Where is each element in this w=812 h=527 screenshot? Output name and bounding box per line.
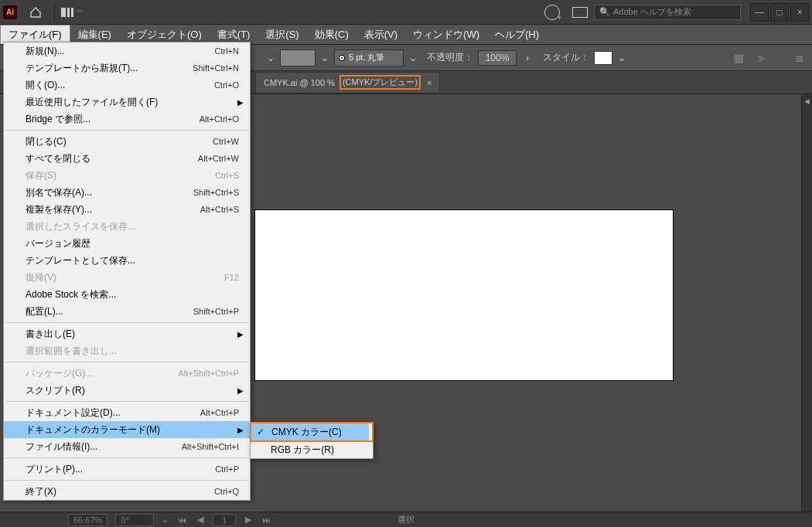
style-swatch[interactable] bbox=[594, 51, 612, 65]
submenu-arrow-icon: ▶ bbox=[237, 386, 244, 395]
stroke-dot-icon bbox=[339, 56, 344, 60]
chevron-down-icon[interactable]: ⌄ bbox=[617, 49, 626, 66]
artboard[interactable] bbox=[255, 210, 673, 380]
file-menu-item[interactable]: 配置(L)...Shift+Ctrl+P bbox=[4, 303, 250, 320]
file-menu-item[interactable]: ドキュメント設定(D)...Alt+Ctrl+P bbox=[4, 404, 250, 421]
first-artboard-icon[interactable]: ⏮ bbox=[178, 515, 186, 525]
user-icon[interactable] bbox=[544, 5, 560, 20]
menu-separator bbox=[5, 401, 248, 402]
maximize-button[interactable]: □ bbox=[770, 3, 789, 22]
file-menu-item[interactable]: 複製を保存(Y)...Alt+Ctrl+S bbox=[4, 201, 250, 218]
menu-item-label: 選択範囲を書き出し... bbox=[26, 345, 239, 358]
file-menu-item[interactable]: Bridge で参照...Alt+Ctrl+O bbox=[4, 110, 250, 128]
prev-artboard-icon[interactable]: ◀ bbox=[197, 515, 203, 525]
file-menu-item[interactable]: 最近使用したファイルを開く(F)▶ bbox=[4, 94, 250, 110]
menu-shortcut: Ctrl+S bbox=[215, 171, 239, 180]
arrange-documents-icon[interactable] bbox=[572, 7, 588, 18]
last-artboard-icon[interactable]: ⏭ bbox=[262, 515, 271, 525]
file-menu-item[interactable]: テンプレートとして保存... bbox=[4, 252, 250, 269]
rotate-field[interactable]: 0° bbox=[115, 514, 154, 526]
menu-shortcut: Ctrl+O bbox=[214, 80, 239, 90]
align-icon[interactable]: ▦ bbox=[734, 52, 744, 64]
file-menu-item[interactable]: 新規(N)...Ctrl+N bbox=[4, 42, 250, 60]
submenu-rgb-label: RGB カラー(R) bbox=[271, 444, 334, 457]
document-tab[interactable]: CMYK.ai @ 100 % (CMYK/プレビュー) × bbox=[255, 72, 440, 94]
help-search-input[interactable]: 🔍 Adobe ヘルプを検索 bbox=[594, 5, 741, 20]
menu-help[interactable]: ヘルプ(H) bbox=[487, 25, 547, 44]
menu-view[interactable]: 表示(V) bbox=[357, 25, 405, 44]
menu-item-label: スクリプト(R) bbox=[26, 384, 239, 397]
menu-item-label: 別名で保存(A)... bbox=[26, 186, 193, 199]
workspace-switcher[interactable]: ﹀ bbox=[61, 7, 84, 17]
check-icon: ✓ bbox=[257, 427, 264, 437]
fill-swatch[interactable] bbox=[280, 49, 316, 66]
file-menu-item[interactable]: スクリプト(R)▶ bbox=[4, 382, 250, 399]
menu-shortcut: F12 bbox=[224, 273, 239, 282]
file-menu-item[interactable]: ドキュメントのカラーモード(M)▶ bbox=[4, 421, 250, 438]
menu-item-label: テンプレートとして保存... bbox=[26, 254, 239, 267]
panel-dock[interactable]: ◀ bbox=[801, 94, 812, 512]
file-menu-item[interactable]: 書き出し(E)▶ bbox=[4, 325, 250, 342]
menu-item-label: バージョン履歴 bbox=[26, 237, 239, 250]
menu-separator bbox=[5, 322, 248, 323]
menu-item-label: ドキュメントのカラーモード(M) bbox=[26, 423, 239, 437]
submenu-rgb[interactable]: RGB カラー(R) bbox=[251, 441, 373, 458]
file-menu-item[interactable]: すべてを閉じるAlt+Ctrl+W bbox=[4, 150, 250, 167]
close-button[interactable]: × bbox=[790, 3, 809, 22]
chevron-down-icon[interactable]: ⌄ bbox=[408, 49, 418, 66]
menu-shortcut: Shift+Ctrl+P bbox=[193, 307, 239, 316]
file-menu-item[interactable]: プリント(P)...Ctrl+P bbox=[4, 461, 250, 478]
file-menu-item[interactable]: 別名で保存(A)...Shift+Ctrl+S bbox=[4, 184, 250, 201]
menu-separator bbox=[5, 480, 248, 481]
file-menu-item[interactable]: 閉じる(C)Ctrl+W bbox=[4, 133, 250, 150]
menu-shortcut: Shift+Ctrl+S bbox=[193, 188, 239, 197]
file-menu-item[interactable]: テンプレートから新規(T)...Shift+Ctrl+N bbox=[4, 60, 250, 76]
menu-select[interactable]: 選択(S) bbox=[258, 25, 306, 44]
chevron-right-icon[interactable]: › bbox=[526, 53, 529, 63]
window-controls: — □ × bbox=[749, 3, 809, 22]
artboard-number[interactable]: 1 bbox=[213, 514, 236, 526]
title-bar: Ai ﹀ 🔍 Adobe ヘルプを検索 — □ × bbox=[0, 0, 812, 25]
file-menu-item[interactable]: 終了(X)Ctrl+Q bbox=[4, 483, 250, 500]
zoom-field[interactable]: 66.67% bbox=[68, 514, 107, 526]
divider: | bbox=[780, 52, 783, 64]
menu-item-label: 配置(L)... bbox=[26, 305, 193, 318]
file-menu-item: パッケージ(G)...Alt+Shift+Ctrl+P bbox=[4, 365, 250, 382]
next-artboard-icon[interactable]: ▶ bbox=[245, 515, 251, 525]
tab-close-icon[interactable]: × bbox=[427, 78, 432, 87]
status-bar: 66.67% 0° ⌄ ⏮ ◀ 1 ▶ ⏭ 選択 bbox=[0, 512, 812, 527]
file-menu-item[interactable]: 開く(O)...Ctrl+O bbox=[4, 76, 250, 94]
home-icon[interactable] bbox=[29, 6, 42, 19]
menu-item-label: テンプレートから新規(T)... bbox=[26, 62, 193, 75]
chevron-down-icon[interactable]: ⌄ bbox=[320, 49, 329, 66]
file-menu-item: 選択範囲を書き出し... bbox=[4, 342, 250, 359]
menu-item-label: 最近使用したファイルを開く(F) bbox=[26, 96, 239, 109]
menu-shortcut: Alt+Ctrl+W bbox=[198, 154, 239, 163]
transform-icon[interactable]: ⪢ bbox=[756, 52, 767, 64]
opacity-value[interactable]: 100% bbox=[478, 50, 517, 66]
file-menu-item[interactable]: Adobe Stock を検索... bbox=[4, 286, 250, 303]
menu-item-label: 保存(S) bbox=[26, 169, 215, 182]
file-menu-item[interactable]: バージョン履歴 bbox=[4, 235, 250, 252]
menu-shortcut: Shift+Ctrl+N bbox=[193, 63, 239, 73]
menu-shortcut: Ctrl+Q bbox=[214, 487, 239, 496]
color-mode-submenu: ✓ CMYK カラー(C) RGB カラー(R) bbox=[250, 422, 374, 459]
chevron-down-icon[interactable]: ⌄ bbox=[266, 49, 275, 66]
submenu-cmyk[interactable]: ✓ CMYK カラー(C) bbox=[251, 423, 369, 440]
search-placeholder: Adobe ヘルプを検索 bbox=[613, 6, 691, 18]
minimize-button[interactable]: — bbox=[750, 3, 769, 22]
menu-item-label: 開く(O)... bbox=[26, 79, 214, 92]
preferences-icon[interactable]: ≣ bbox=[795, 52, 804, 64]
menu-separator bbox=[5, 130, 248, 131]
menu-item-label: 閉じる(C) bbox=[26, 135, 213, 148]
chevron-down-icon[interactable]: ⌄ bbox=[162, 515, 169, 525]
menu-effect[interactable]: 効果(C) bbox=[307, 25, 357, 44]
stroke-profile[interactable]: 5 pt. 丸筆 bbox=[334, 49, 404, 66]
file-menu-dropdown: 新規(N)...Ctrl+Nテンプレートから新規(T)...Shift+Ctrl… bbox=[3, 42, 251, 501]
file-menu-item[interactable]: ファイル情報(I)...Alt+Shift+Ctrl+I bbox=[4, 438, 250, 455]
svg-rect-2 bbox=[71, 8, 73, 17]
search-icon: 🔍 bbox=[599, 7, 610, 17]
submenu-arrow-icon: ▶ bbox=[237, 426, 244, 434]
menu-item-label: ドキュメント設定(D)... bbox=[26, 406, 200, 420]
menu-window[interactable]: ウィンドウ(W) bbox=[405, 25, 487, 44]
